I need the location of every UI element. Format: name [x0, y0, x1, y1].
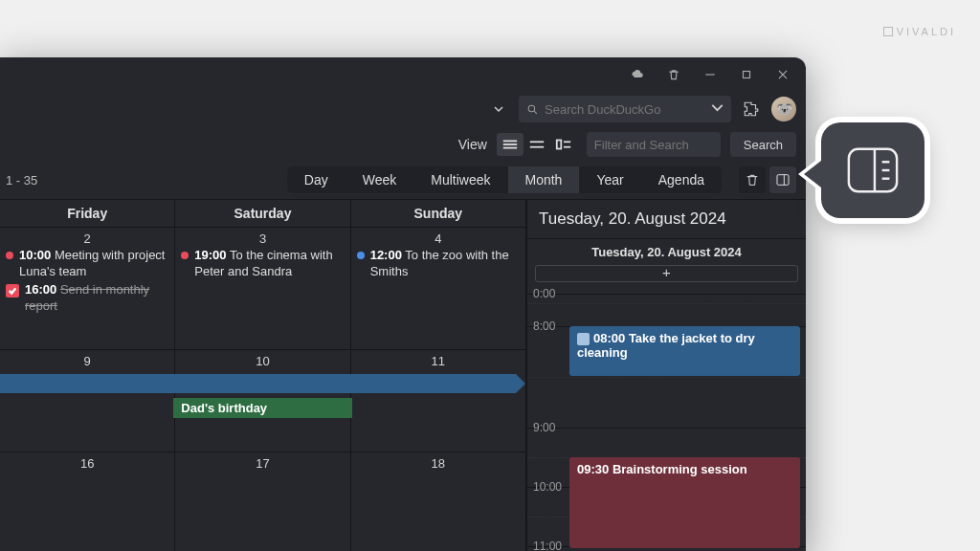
search-button[interactable]: Search — [730, 132, 796, 157]
layout-medium-button[interactable] — [523, 133, 550, 156]
range-tab-week[interactable]: Week — [345, 166, 414, 193]
search-icon — [526, 103, 539, 116]
allday-event[interactable]: Dad's birthday — [173, 398, 351, 418]
maximize-button[interactable] — [737, 65, 756, 84]
day-number: 10 — [181, 354, 344, 368]
cloud-icon[interactable] — [628, 65, 647, 84]
range-tab-year[interactable]: Year — [579, 166, 640, 193]
calendar-event[interactable]: 19:00 To the cinema with Peter and Sandr… — [181, 248, 344, 280]
svg-rect-14 — [849, 149, 897, 191]
hour-label: 0:00 — [533, 287, 555, 300]
delete-panel-button[interactable] — [739, 166, 766, 193]
day-panel: Tuesday, 20. August 2024 Tuesday, 20. Au… — [526, 200, 806, 551]
filter-input-box[interactable] — [587, 132, 721, 157]
week-range: 1 - 35 — [6, 173, 37, 187]
app-window: 🐨 View Search 1 - 35 DayWeekMultiweekMon… — [0, 57, 806, 551]
profile-avatar-icon[interactable]: 🐨 — [771, 97, 796, 121]
day-event[interactable]: 09:30 Brainstorming session — [569, 457, 800, 548]
side-panel-callout — [821, 122, 924, 218]
time-grid: 0:008:009:0010:0011:0008:00 Take the jac… — [527, 286, 806, 551]
month-cell[interactable]: 11 — [351, 350, 526, 452]
day-number: 18 — [357, 456, 520, 471]
month-cell[interactable]: 18 — [351, 452, 526, 551]
address-toolbar: 🐨 — [0, 92, 806, 126]
search-input-box[interactable] — [519, 96, 731, 122]
view-label: View — [458, 137, 487, 152]
month-cell[interactable]: 9 — [0, 350, 175, 452]
day-event[interactable]: 08:00 Take the jacket to dry cleaning — [569, 326, 800, 376]
svg-rect-12 — [777, 175, 789, 186]
day-number: 3 — [181, 231, 344, 246]
month-cell[interactable]: 16 — [0, 452, 175, 551]
calendar-event[interactable]: 12:00 To the zoo with the Smiths — [357, 248, 520, 280]
range-tabs: DayWeekMultiweekMonthYearAgenda — [287, 166, 722, 193]
day-number: 4 — [357, 231, 520, 246]
range-tab-agenda[interactable]: Agenda — [641, 166, 722, 193]
close-button[interactable] — [773, 65, 792, 84]
side-panel-toggle-button[interactable] — [769, 166, 796, 193]
day-header: Sunday — [351, 200, 526, 228]
range-tab-month[interactable]: Month — [508, 166, 580, 193]
day-panel-title: Tuesday, 20. August 2024 — [527, 200, 806, 239]
range-toolbar: 1 - 35 DayWeekMultiweekMonthYearAgenda — [0, 163, 806, 199]
url-dropdown-icon[interactable] — [486, 104, 511, 114]
month-cell[interactable]: 10Dad's birthday — [175, 350, 350, 452]
range-tab-multiweek[interactable]: Multiweek — [413, 166, 507, 193]
day-number: 16 — [6, 456, 168, 471]
month-cell[interactable]: 17 — [175, 452, 350, 551]
day-number: 2 — [6, 231, 168, 246]
add-event-button[interactable]: + — [535, 265, 798, 282]
month-cell[interactable]: 412:00 To the zoo with the Smiths — [351, 228, 526, 350]
range-tab-day[interactable]: Day — [287, 166, 345, 193]
extensions-icon[interactable] — [739, 97, 764, 121]
hour-label: 10:00 — [533, 480, 562, 494]
calendar-event[interactable]: 10:00 Meeting with project Luna's team — [6, 248, 168, 280]
day-number: 17 — [181, 456, 344, 471]
day-number: 9 — [6, 354, 168, 368]
month-cell[interactable]: 319:00 To the cinema with Peter and Sand… — [175, 228, 350, 350]
filter-input[interactable] — [594, 138, 713, 152]
layout-wide-button[interactable] — [550, 133, 577, 156]
calendar-event[interactable]: 16:00 Send in monthly report — [6, 282, 168, 315]
hour-label: 9:00 — [533, 421, 555, 434]
view-toolbar: View Search — [0, 126, 806, 163]
hour-label: 11:00 — [533, 540, 562, 551]
svg-line-3 — [534, 111, 537, 114]
svg-rect-1 — [744, 72, 750, 78]
trash-icon[interactable] — [664, 65, 683, 84]
panel-icon — [845, 144, 901, 196]
day-panel-subtitle: Tuesday, 20. August 2024 — [527, 239, 806, 265]
day-number: 11 — [357, 354, 520, 368]
svg-rect-9 — [557, 141, 562, 149]
month-grid: FridaySaturdaySunday 210:00 Meeting with… — [0, 200, 526, 551]
svg-point-2 — [528, 105, 535, 112]
layout-compact-button[interactable] — [497, 133, 523, 156]
layout-buttons — [497, 133, 577, 156]
month-cell[interactable]: 210:00 Meeting with project Luna's team1… — [0, 228, 175, 350]
window-controls — [0, 57, 806, 92]
day-header: Saturday — [175, 200, 350, 228]
search-engine-dropdown-icon[interactable] — [711, 100, 724, 118]
day-header: Friday — [0, 200, 175, 228]
minimize-button[interactable] — [701, 65, 720, 84]
vivaldi-brand: VIVALDI — [883, 26, 956, 37]
search-input[interactable] — [545, 102, 705, 117]
hour-label: 8:00 — [533, 320, 555, 333]
